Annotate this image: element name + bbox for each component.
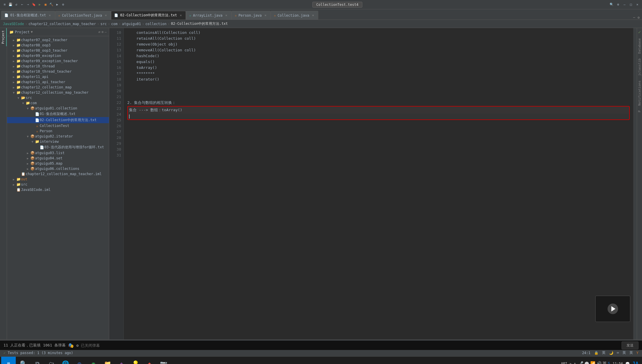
tree-chapter08t[interactable]: ▶ 📁 chapter08_oop3_teacher xyxy=(7,48,109,53)
taskbar-pinned3[interactable]: 📷 xyxy=(157,357,170,364)
taskbar-chrome2[interactable]: ◉ xyxy=(87,357,100,364)
maximize-btn[interactable]: □ xyxy=(629,2,633,7)
minimize-btn[interactable]: — xyxy=(622,2,627,7)
tray-expand[interactable]: ∧ xyxy=(574,362,576,364)
breadcrumb-atguigu[interactable]: atguigu01 xyxy=(122,22,141,26)
stop-icon[interactable]: ■ xyxy=(43,2,48,7)
tab-close-collectionjava[interactable]: ✕ xyxy=(311,13,315,18)
tree-chapter10[interactable]: ▶ 📁 chapter10_thread xyxy=(7,64,109,69)
indent-icon[interactable]: 英 xyxy=(622,350,626,355)
tree-iml[interactable]: 📋 chapter12_collection_map_teacher.iml xyxy=(7,171,109,177)
title-bar-right[interactable]: 🔍 ⚙ — □ ✕ xyxy=(609,2,640,7)
sidebar-dropdown-arrow[interactable]: ▼ xyxy=(31,30,33,34)
build-icon[interactable]: 🔨 xyxy=(49,2,54,7)
close-btn[interactable]: ✕ xyxy=(635,2,640,7)
danmaku-send-button[interactable]: 发送 xyxy=(622,342,638,349)
back-icon[interactable]: ← xyxy=(20,2,25,7)
tree-chapter09[interactable]: ▶ 📁 chapter09_exception xyxy=(7,53,109,58)
p-panel-label[interactable]: P xyxy=(637,109,642,114)
title-bar-left-icons[interactable]: ≡ 💾 ↺ ← → 🔖 ▶ ■ 🔨 ▶ ⚙ xyxy=(2,2,65,7)
tree-03txt[interactable]: 📄 03-迭代器的使用与增强for循环.txt xyxy=(7,144,109,150)
tray-sound[interactable]: 🔊 xyxy=(596,361,601,364)
keyboard-icon[interactable]: ⌨ xyxy=(617,351,619,355)
tree-chapter09t[interactable]: ▶ 📁 chapter09_exception_teacher xyxy=(7,58,109,64)
sidebar-tab-project[interactable]: Project xyxy=(0,28,7,46)
taskbar-idea[interactable]: 💡 xyxy=(129,357,142,364)
jclasslib-panel-label[interactable]: jclasslib xyxy=(637,57,642,77)
yjy-icon[interactable]: Y xyxy=(636,351,638,355)
tree-atguigu03[interactable]: ▶ 📦 atguigu03.list xyxy=(7,150,109,156)
taskbar-edge[interactable]: 🌐 xyxy=(59,357,72,364)
tab-close-01[interactable]: ✕ xyxy=(48,13,52,18)
tree-02txt[interactable]: 📄 02-Collection中的常用方法.txt xyxy=(7,117,109,123)
taskbar-folder[interactable]: 📁 xyxy=(101,357,114,364)
sidebar-minimize-icon[interactable]: — xyxy=(105,30,107,34)
save-icon[interactable]: 💾 xyxy=(8,2,13,7)
taskbar-taskview[interactable]: ⧉ xyxy=(31,357,44,364)
tab-person[interactable]: ☕ Person.java ✕ xyxy=(232,11,271,20)
tab-collection-java[interactable]: ☕ Collection.java ✕ xyxy=(271,11,318,20)
tab-collectiontest[interactable]: ☕ CollectionTest.java ✕ xyxy=(55,11,111,20)
breadcrumb-javase[interactable]: JavaSECode xyxy=(3,22,24,26)
run2-icon[interactable]: ▶ xyxy=(55,2,60,7)
clock-time[interactable]: 11:56 xyxy=(613,362,623,364)
tree-01txt[interactable]: 📄 01-集合框架概述.txt xyxy=(7,111,109,117)
encoding-icon[interactable]: 🔒 xyxy=(594,351,598,355)
tab-01-txt[interactable]: 📄 01-集合框架概述.txt ✕ xyxy=(1,11,55,20)
tree-atguigu05[interactable]: ▶ 📦 atguigu05.map xyxy=(7,161,109,166)
tree-collectiontest-file[interactable]: ☕ CollectionTest xyxy=(7,123,109,128)
tree-com[interactable]: ▼ 📁 com xyxy=(7,100,109,106)
tree-chapter11[interactable]: ▶ 📁 chapter11_api xyxy=(7,74,109,79)
refresh-icon[interactable]: ↺ xyxy=(14,2,19,7)
sidebar-sync-icon[interactable]: ⇄ xyxy=(98,30,100,34)
config-icon[interactable]: ⚙ xyxy=(61,2,65,7)
tree-chapter07[interactable]: ▶ 📁 chapter07_oop2_teacher xyxy=(7,37,109,43)
danmaku-settings[interactable]: ⚙ xyxy=(76,343,79,348)
tree-src2[interactable]: ▶ 📁 src xyxy=(7,182,109,187)
tree-person-file[interactable]: ☕ Person xyxy=(7,128,109,134)
tab-arraylist[interactable]: ☕ ArrayList.java ✕ xyxy=(186,11,232,20)
tab-close-02[interactable]: ✕ xyxy=(179,13,183,18)
lang-icon[interactable]: 英 xyxy=(629,350,633,355)
breadcrumb-chapter12[interactable]: chapter12_collection_map_teacher xyxy=(28,22,96,26)
taskbar-pinned2[interactable]: ◆ xyxy=(143,357,156,364)
search-icon[interactable]: 🔍 xyxy=(609,2,614,7)
breadcrumb-collection[interactable]: collection xyxy=(145,22,166,26)
database-panel-label[interactable]: Database xyxy=(637,37,642,55)
tab-close-arraylist[interactable]: ✕ xyxy=(224,13,228,18)
tray-lang[interactable]: 英 xyxy=(603,361,607,364)
bookmark-icon[interactable]: 🔖 xyxy=(32,2,36,7)
danmaku-input[interactable] xyxy=(81,343,619,348)
breadcrumb-com[interactable]: com xyxy=(111,22,118,26)
tray-notification[interactable]: 💬 xyxy=(625,362,630,364)
cursor-position[interactable]: 24:1 xyxy=(582,351,591,355)
tree-atguigu06[interactable]: ▶ 📦 atguigu06.collections xyxy=(7,166,109,171)
taskbar-chrome[interactable]: ◎ xyxy=(73,357,86,364)
moon-icon[interactable]: 🌙 xyxy=(609,351,613,355)
breadcrumb-src[interactable]: src xyxy=(100,22,107,26)
code-editor[interactable]: containsAll(Collection coll) retainAll(C… xyxy=(124,28,633,339)
start-button[interactable]: ⊞ xyxy=(1,357,16,364)
tray-wifi[interactable]: 📶 xyxy=(590,361,595,364)
tree-src[interactable]: ▼ 📂 src xyxy=(7,95,109,100)
taskbar-search[interactable]: 🔍 xyxy=(17,357,30,364)
tree-chapter11t[interactable]: ▶ 📁 chapter11_api_teacher xyxy=(7,79,109,85)
tree-chapter12[interactable]: ▶ 📁 chapter12_collection_map xyxy=(7,85,109,90)
taskbar-explorer[interactable]: 🗂 xyxy=(45,357,58,364)
tray-ime[interactable]: S xyxy=(608,361,610,364)
tab-02-txt[interactable]: 📄 02-Collection中的常用方法.txt ✕ xyxy=(111,11,186,20)
sidebar-gear-icon[interactable]: ⚙ xyxy=(102,30,104,34)
play-video-button[interactable] xyxy=(608,304,618,314)
tree-chapter10t[interactable]: ▶ 📁 chapter10_thread_teacher xyxy=(7,69,109,74)
tab-overflow-btn[interactable]: ⋯ xyxy=(632,15,636,20)
settings-icon[interactable]: ⚙ xyxy=(616,2,620,7)
notifications-panel-label[interactable]: Notifications xyxy=(637,79,642,107)
tree-chapter12t[interactable]: ▼ 📁 chapter12_collection_map_teacher xyxy=(7,90,109,95)
editor-content[interactable]: 10 11 12 13 14 15 16 17 18 19 20 21 22 2… xyxy=(109,28,637,339)
tree-javascode-iml[interactable]: 📋 JavaSECode.iml xyxy=(7,187,109,192)
menu-icon[interactable]: ≡ xyxy=(2,2,7,7)
tab-close-person[interactable]: ✕ xyxy=(263,13,267,18)
run-icon[interactable]: ▶ xyxy=(37,2,42,7)
forward-icon[interactable]: → xyxy=(26,2,30,7)
tree-atguigu01[interactable]: ▼ 📦 atguigu01.collection xyxy=(7,106,109,111)
